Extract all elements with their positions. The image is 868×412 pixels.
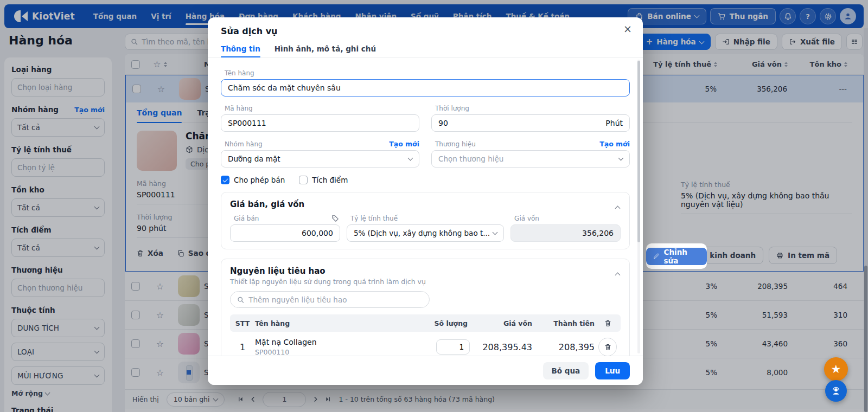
star-icon: ★: [831, 363, 841, 376]
brand-select[interactable]: Chọn thương hiệu: [431, 150, 630, 168]
brand-create-link[interactable]: Tạo mới: [599, 140, 630, 148]
material-qty-input[interactable]: [436, 339, 470, 355]
cost-field-disabled: 356,206: [510, 224, 621, 242]
support-fab[interactable]: [825, 380, 847, 402]
cancel-button[interactable]: Bỏ qua: [543, 362, 589, 379]
tab-thong-tin[interactable]: Thông tin: [221, 40, 260, 57]
material-row: 1 Mặt nạ Collagen SP000110 208,395.43 20…: [230, 332, 621, 356]
name-field-label: Tên hàng: [225, 69, 630, 77]
materials-table-header: STT Tên hàng Số lượng Giá vốn Thành tiền: [230, 314, 621, 332]
price-field[interactable]: [230, 224, 340, 242]
material-stt: 1: [230, 342, 255, 352]
checkbox-icon: [299, 176, 308, 184]
scrollbar-thumb[interactable]: [637, 61, 640, 242]
close-icon[interactable]: ×: [623, 24, 632, 34]
edit-product-button[interactable]: Chỉnh sửa: [646, 248, 707, 265]
duration-field-label: Thời lượng: [435, 105, 630, 112]
price-section-title: Giá bán, giá vốn: [230, 199, 621, 209]
duration-unit: Phút: [605, 119, 623, 127]
price-tag-icon[interactable]: [331, 215, 339, 222]
price-label: Giá bán: [234, 215, 259, 222]
materials-subtitle: Thiết lập nguyên liệu sử dụng trong quá …: [230, 278, 621, 286]
cost-label: Giá vốn: [514, 215, 621, 222]
material-code: SP000110: [255, 348, 416, 356]
pencil-icon: [653, 253, 660, 260]
price-section: Giá bán, giá vốn Giá bán Tỷ lệ tính thuế…: [221, 192, 630, 249]
material-search[interactable]: [230, 291, 430, 308]
tab-hinh-anh[interactable]: Hình ảnh, mô tả, ghi chú: [275, 40, 376, 57]
support-agent-icon: [831, 385, 841, 396]
code-field[interactable]: [221, 114, 419, 132]
tax-rate-select[interactable]: 5% (Dịch vụ, xây dựng không bao t...: [347, 224, 504, 242]
modal-scrollbar[interactable]: [637, 60, 640, 353]
edit-button-spotlight: Chỉnh sửa: [646, 243, 707, 269]
delete-material-button[interactable]: [598, 338, 617, 356]
trash-icon: [604, 344, 611, 351]
tax-rate-label: Tỷ lệ tính thuế: [350, 215, 504, 222]
search-icon: [237, 296, 244, 304]
materials-section: Nguyên liệu tiêu hao Thiết lập nguyên li…: [221, 259, 630, 356]
edit-service-dialog: Sửa dịch vụ × Thông tin Hình ảnh, mô tả,…: [208, 17, 643, 385]
save-button[interactable]: Lưu: [595, 362, 630, 379]
loyalty-checkbox[interactable]: Tích điểm: [299, 176, 348, 184]
rating-fab[interactable]: ★: [824, 357, 848, 381]
name-field[interactable]: [221, 79, 630, 96]
checkbox-checked-icon: [221, 176, 229, 184]
code-field-label: Mã hàng: [225, 105, 419, 112]
chevron-down-icon: [408, 156, 413, 161]
chevron-down-icon: [618, 156, 624, 161]
dialog-title: Sửa dịch vụ: [221, 26, 277, 36]
materials-section-title: Nguyên liệu tiêu hao: [230, 266, 621, 276]
material-search-input[interactable]: [248, 295, 423, 304]
collapse-section-button[interactable]: [616, 202, 620, 213]
group-field-label: Nhóm hàng: [225, 140, 263, 148]
chevron-down-icon: [493, 230, 498, 235]
material-total: 208,395: [532, 342, 595, 352]
collapse-section-button[interactable]: [616, 269, 620, 279]
group-select[interactable]: Dưỡng da mặt: [221, 150, 419, 168]
allow-sell-checkbox[interactable]: Cho phép bán: [221, 176, 285, 184]
duration-field[interactable]: 90 Phút: [431, 114, 630, 132]
brand-field-label: Thương hiệu: [435, 140, 476, 148]
trash-icon: [604, 320, 611, 327]
material-cost: 208,395.43: [470, 342, 532, 352]
material-name: Mặt nạ Collagen: [255, 338, 416, 346]
group-create-link[interactable]: Tạo mới: [389, 140, 419, 148]
